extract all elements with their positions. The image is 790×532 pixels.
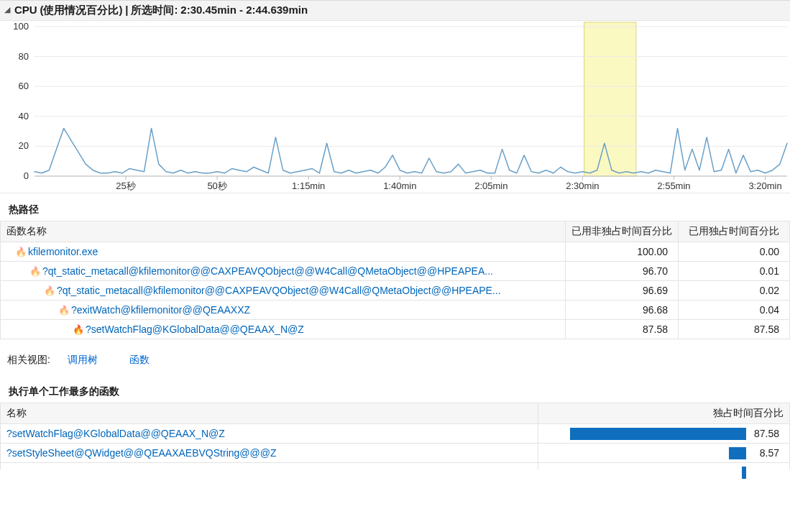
col-header-name[interactable]: 函数名称 [1,221,566,242]
exclusive-bar-cell: 87.58 [538,424,790,444]
y-tick-label: 60 [19,81,29,91]
flame-icon: 🔥 [73,324,83,335]
cpu-usage-line [35,128,787,173]
flame-partial-icon: 🔥 [15,247,25,257]
flame-partial-icon: 🔥 [44,285,54,296]
col-header-exclusive[interactable]: 已用独占时间百分比 [679,221,790,242]
hot-path-row[interactable]: 🔥?exitWatch@kfilemonitor@@QEAAXXZ96.680.… [1,301,790,320]
exclusive-pct: 0.00 [679,242,790,262]
hot-path-row[interactable]: 🔥?qt_static_metacall@kfilemonitor@@CAXPE… [1,262,790,281]
inclusive-pct: 87.58 [566,320,679,339]
hot-path-row[interactable]: 🔥kfilemonitor.exe100.000.00 [1,242,790,262]
y-tick-label: 100 [13,21,29,32]
exclusive-pct: 8.57 [760,447,779,459]
hot-path-name-cell[interactable]: 🔥kfilemonitor.exe [1,242,566,262]
col-header-inclusive[interactable]: 已用非独占时间百分比 [566,221,679,242]
hot-path-title: 热路径 [0,193,790,221]
hot-path-row[interactable]: 🔥?qt_static_metacall@kfilemonitor@@CAXPE… [1,281,790,301]
top-functions-header-row: 名称 独占时间百分比 [1,403,790,424]
function-link[interactable]: ?setStyleSheet@QWidget@@QEAAXAEBVQString… [6,447,277,459]
hot-path-row[interactable]: 🔥?setWatchFlag@KGlobalData@@QEAAX_N@Z87.… [1,320,790,339]
function-link[interactable]: ?qt_static_metacall@kfilemonitor@@CAXPEA… [57,285,501,296]
function-link[interactable]: ?qt_static_metacall@kfilemonitor@@CAXPEA… [42,265,493,277]
y-tick-label: 40 [19,111,29,121]
function-link[interactable]: ?exitWatch@kfilemonitor@@QEAAXXZ [71,304,250,316]
flame-partial-icon: 🔥 [29,266,40,277]
inclusive-pct: 96.69 [566,281,679,301]
cpu-chart-svg[interactable]: 02040608010025秒50秒1:15min1:40min2:05min2… [0,21,790,193]
hot-path-table: 函数名称 已用非独占时间百分比 已用独占时间百分比 🔥kfilemonitor.… [0,221,790,339]
y-tick-label: 80 [19,51,29,62]
collapse-triangle-icon[interactable]: ◢ [4,5,10,14]
y-tick-label: 20 [19,140,29,151]
x-tick-label: 3:20min [748,180,781,191]
x-tick-label: 25秒 [116,180,135,191]
function-link[interactable]: ?setWatchFlag@KGlobalData@@QEAAX_N@Z [6,428,225,439]
hot-path-name-cell[interactable]: 🔥?exitWatch@kfilemonitor@@QEAAXXZ [1,301,566,320]
x-tick-label: 2:55min [657,180,690,191]
function-link[interactable]: ?setWatchFlag@KGlobalData@@QEAAX_N@Z [86,324,304,335]
top-functions-title: 执行单个工作最多的函数 [0,372,790,403]
tf-col-name[interactable]: 名称 [1,403,538,424]
exclusive-bar [742,467,746,479]
related-views: 相关视图: 调用树 函数 [0,339,790,372]
chart-title-cpu: CPU [13,4,37,16]
chart-title-unit: (使用情况百分比) [40,4,122,16]
chart-title-sep: | [125,4,128,16]
exclusive-pct: 87.58 [679,320,790,339]
top-function-row-cutoff[interactable] [1,463,790,470]
flame-partial-icon: 🔥 [58,305,68,316]
exclusive-pct: 87.58 [754,428,779,439]
exclusive-pct: 0.02 [679,281,790,301]
top-function-row[interactable]: ?setStyleSheet@QWidget@@QEAAXAEBVQString… [1,444,790,463]
hot-path-name-cell[interactable]: 🔥?setWatchFlag@KGlobalData@@QEAAX_N@Z [1,320,566,339]
link-call-tree[interactable]: 调用树 [68,354,98,365]
hot-path-name-cell[interactable]: 🔥?qt_static_metacall@kfilemonitor@@CAXPE… [1,281,566,301]
link-functions[interactable]: 函数 [129,354,150,365]
exclusive-bar [729,447,746,459]
hot-path-name-cell[interactable]: 🔥?qt_static_metacall@kfilemonitor@@CAXPE… [1,262,566,281]
function-name-cell[interactable] [1,463,538,470]
inclusive-pct: 100.00 [566,242,679,262]
related-views-label: 相关视图: [7,354,50,365]
tf-col-excl[interactable]: 独占时间百分比 [538,403,790,424]
x-tick-label: 2:30min [566,180,599,191]
exclusive-pct: 0.04 [679,301,790,320]
chart-title-time-label: 所选时间: [131,4,178,16]
exclusive-bar [570,428,746,440]
y-tick-label: 0 [24,170,29,181]
x-tick-label: 50秒 [207,180,226,191]
inclusive-pct: 96.70 [566,262,679,281]
x-tick-label: 1:15min [292,180,325,191]
function-link[interactable]: kfilemonitor.exe [28,246,98,257]
top-functions-table: 名称 独占时间百分比 ?setWatchFlag@KGlobalData@@QE… [0,403,790,469]
exclusive-bar-cell: 8.57 [538,444,790,463]
top-function-row[interactable]: ?setWatchFlag@KGlobalData@@QEAAX_N@Z87.5… [1,424,790,444]
exclusive-bar-cell [538,463,790,470]
exclusive-pct: 0.01 [679,262,790,281]
x-tick-label: 2:05min [474,180,507,191]
x-tick-label: 1:40min [383,180,416,191]
chart-title-time-range: 2:30.45min - 2:44.639min [180,4,308,16]
cpu-chart[interactable]: 02040608010025秒50秒1:15min1:40min2:05min2… [0,21,790,193]
inclusive-pct: 96.68 [566,301,679,320]
function-name-cell[interactable]: ?setStyleSheet@QWidget@@QEAAXAEBVQString… [1,444,538,463]
chart-header[interactable]: ◢ CPU (使用情况百分比) | 所选时间: 2:30.45min - 2:4… [0,0,790,21]
function-name-cell[interactable]: ?setWatchFlag@KGlobalData@@QEAAX_N@Z [1,424,538,444]
time-selection[interactable] [584,22,636,176]
hot-path-header-row: 函数名称 已用非独占时间百分比 已用独占时间百分比 [1,221,790,242]
